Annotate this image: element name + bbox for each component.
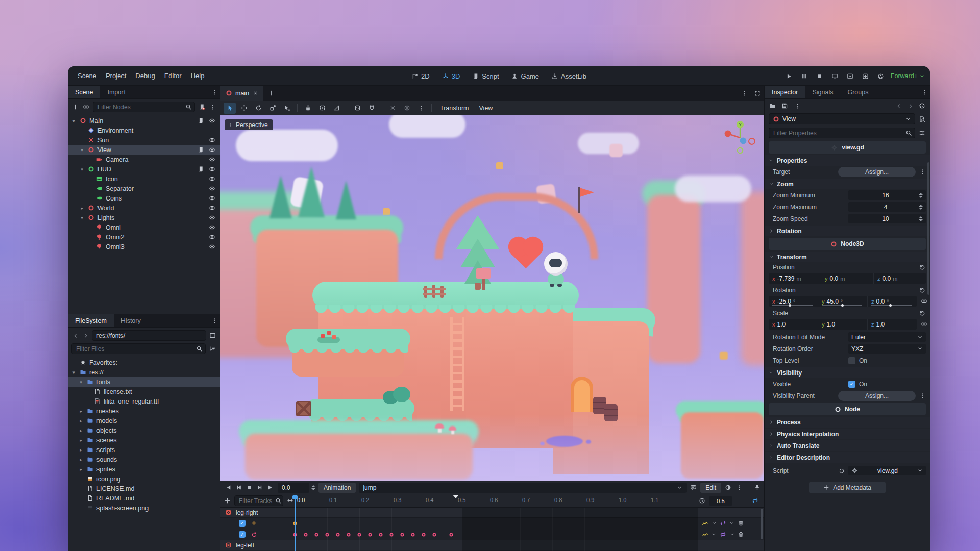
workspace-2d[interactable]: 2D bbox=[407, 70, 434, 82]
movie-maker-button[interactable] bbox=[876, 72, 886, 80]
instance-scene-button[interactable] bbox=[82, 103, 90, 111]
scene-node-icon[interactable]: Icon bbox=[68, 174, 220, 184]
viewport-menu-view[interactable]: View bbox=[475, 103, 497, 113]
assign-visibility-parent-button[interactable]: Assign... bbox=[838, 391, 916, 401]
script-category-bar[interactable]: view.gd bbox=[769, 141, 926, 154]
property-filter-options-icon[interactable] bbox=[918, 129, 926, 137]
visibility-eye-icon[interactable] bbox=[208, 194, 216, 202]
3d-viewport[interactable]: Perspective Y bbox=[220, 115, 764, 481]
edit-button[interactable]: Edit bbox=[700, 483, 721, 493]
ruler-tool-tool-button[interactable] bbox=[330, 103, 342, 114]
playhead[interactable] bbox=[295, 496, 296, 551]
section-process[interactable]: Process bbox=[765, 417, 930, 428]
script-icon[interactable] bbox=[197, 165, 205, 173]
section-zoom[interactable]: Zoom bbox=[765, 179, 930, 189]
rotation-vector[interactable]: x-25.0° y45.0° z0.0° bbox=[769, 296, 917, 307]
visibility-eye-icon[interactable] bbox=[208, 233, 216, 241]
workspace-script[interactable]: Script bbox=[468, 70, 503, 82]
scene-tree-menu-icon[interactable] bbox=[209, 103, 216, 111]
link-icon[interactable] bbox=[920, 297, 928, 305]
filesystem-dock-menu-icon[interactable] bbox=[210, 317, 218, 324]
filesystem-tab-history[interactable]: History bbox=[114, 314, 148, 327]
file-item-license-txt[interactable]: license.txt bbox=[68, 387, 220, 396]
pause-button[interactable] bbox=[799, 72, 810, 80]
link-icon[interactable] bbox=[920, 320, 928, 328]
timeline-ruler[interactable]: 0.00.10.20.30.40.50.60.70.80.91.01.1 bbox=[220, 494, 764, 507]
animation-menu-icon[interactable] bbox=[735, 484, 743, 491]
visibility-eye-icon[interactable] bbox=[208, 136, 216, 144]
position-vector[interactable]: x-7.739m y0.0m z0.0m bbox=[769, 273, 926, 284]
inspector-tab-inspector[interactable]: Inspector bbox=[765, 86, 805, 98]
animation-length-field[interactable]: 0.5 bbox=[709, 496, 732, 506]
toggle-split-mode-icon[interactable] bbox=[209, 332, 216, 339]
playhead-handle[interactable] bbox=[292, 495, 298, 499]
environment-preview-tool-button[interactable] bbox=[401, 103, 413, 114]
chevron-down-icon[interactable] bbox=[712, 519, 717, 527]
rotation-order-dropdown[interactable]: YXZ bbox=[848, 344, 926, 354]
load-resource-icon[interactable] bbox=[769, 102, 776, 110]
rotate-tool-button[interactable] bbox=[252, 103, 264, 114]
scene-node-lights[interactable]: ▾Lights bbox=[68, 213, 220, 222]
inspector-scrollbar[interactable] bbox=[927, 162, 929, 295]
group-tool-button[interactable] bbox=[316, 103, 328, 114]
keyframe[interactable] bbox=[432, 533, 436, 536]
sun-preview-tool-button[interactable] bbox=[386, 103, 399, 114]
play-button[interactable] bbox=[264, 484, 275, 491]
keyframe[interactable] bbox=[368, 533, 372, 536]
dots-tool-button[interactable] bbox=[415, 103, 427, 114]
file-item-objects[interactable]: ▸objects bbox=[68, 425, 220, 435]
list-select-tool-button[interactable] bbox=[281, 103, 293, 114]
remote-debug-button[interactable] bbox=[830, 72, 840, 80]
keyframe[interactable] bbox=[411, 533, 415, 536]
chevron-down-icon[interactable] bbox=[712, 531, 717, 538]
delete-track-icon[interactable] bbox=[737, 531, 745, 538]
magnet-tool-button[interactable] bbox=[365, 103, 378, 114]
next-frame-button[interactable] bbox=[254, 484, 264, 491]
file-item-scenes[interactable]: ▸scenes bbox=[68, 435, 220, 445]
scene-node-view[interactable]: ▾View bbox=[68, 145, 220, 155]
section-visibility[interactable]: Visibility bbox=[765, 367, 930, 378]
tracks-scrollbar[interactable] bbox=[761, 509, 763, 539]
chevron-down-icon[interactable] bbox=[729, 531, 734, 538]
sort-files-icon[interactable] bbox=[209, 345, 216, 353]
update-mode-icon[interactable] bbox=[701, 531, 709, 538]
perspective-menu[interactable]: Perspective bbox=[225, 119, 273, 130]
revert-icon[interactable] bbox=[918, 287, 926, 294]
scene-dock-menu-icon[interactable] bbox=[210, 88, 218, 96]
track-enabled-checkbox[interactable]: ✓ bbox=[239, 520, 246, 527]
scene-node-camera[interactable]: Camera bbox=[68, 155, 220, 164]
menu-project[interactable]: Project bbox=[101, 70, 131, 82]
section-editor-description[interactable]: Editor Description bbox=[765, 452, 930, 463]
file-item-lilita-one-regular-ttf[interactable]: lilita_one_regular.ttf bbox=[68, 396, 220, 406]
filter-nodes-input[interactable] bbox=[93, 102, 195, 112]
script-dropdown[interactable]: view.gd bbox=[848, 466, 926, 475]
prev-frame-button[interactable] bbox=[234, 484, 244, 491]
file-item-sprites[interactable]: ▸sprites bbox=[68, 464, 220, 474]
scene-node-coins[interactable]: Coins bbox=[68, 193, 220, 203]
file-item-icon-png[interactable]: icon.png bbox=[68, 474, 220, 484]
section-transform[interactable]: Transform bbox=[765, 252, 930, 262]
visibility-eye-icon[interactable] bbox=[208, 185, 216, 192]
node3d-category-bar[interactable]: Node3D bbox=[769, 238, 926, 250]
play-backwards-button[interactable] bbox=[224, 484, 234, 491]
rotation-edit-mode-dropdown[interactable]: Euler bbox=[848, 332, 926, 342]
stop-button[interactable] bbox=[815, 72, 825, 80]
forward-button[interactable] bbox=[82, 332, 89, 339]
file-item-fonts[interactable]: ▾fonts bbox=[68, 377, 220, 387]
close-icon[interactable] bbox=[252, 89, 258, 97]
zoom-speed-field[interactable]: 10 bbox=[848, 214, 926, 223]
loop-animation-icon[interactable] bbox=[751, 497, 759, 505]
node-category-bar[interactable]: Node bbox=[769, 403, 926, 415]
renderer-selector[interactable]: Forward+ bbox=[891, 72, 925, 80]
keyframe[interactable] bbox=[358, 533, 361, 536]
animation-end-marker[interactable] bbox=[453, 495, 459, 498]
history-icon[interactable] bbox=[918, 102, 926, 110]
workspace-3d[interactable]: 3D bbox=[438, 70, 464, 82]
keyframe[interactable] bbox=[336, 533, 339, 536]
revert-icon[interactable] bbox=[918, 310, 926, 317]
inspector-tab-signals[interactable]: Signals bbox=[805, 86, 840, 98]
menu-help[interactable]: Help bbox=[186, 70, 209, 82]
visibility-eye-icon[interactable] bbox=[208, 243, 216, 251]
visibility-eye-icon[interactable] bbox=[208, 165, 216, 173]
revert-icon[interactable] bbox=[918, 264, 926, 271]
